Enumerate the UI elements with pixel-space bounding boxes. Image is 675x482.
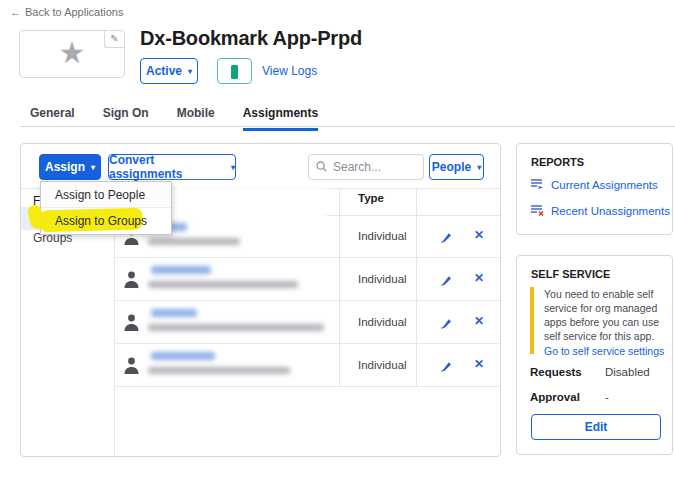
assignment-type: Individual <box>358 359 407 371</box>
person-icon <box>123 356 140 378</box>
person-icon <box>123 270 140 292</box>
remove-assignment-icon[interactable]: ✕ <box>474 228 484 242</box>
self-service-heading: SELF SERVICE <box>531 268 610 280</box>
tab-assignments[interactable]: Assignments <box>243 106 318 131</box>
menu-item-assign-to-groups[interactable]: Assign to Groups <box>41 208 171 234</box>
recent-unassignments-link[interactable]: Recent Unassignments <box>530 204 670 218</box>
edit-assignment-icon[interactable] <box>439 358 452 376</box>
type-column-header: Type <box>358 192 384 204</box>
self-service-settings-link[interactable]: Go to self service settings <box>544 345 666 359</box>
report-link-label: Current Assignments <box>551 179 658 191</box>
edit-logo-pencil-icon[interactable]: ✎ <box>104 31 124 48</box>
search-scope-dropdown[interactable]: People ▾ <box>429 154 484 180</box>
tab-general[interactable]: General <box>30 106 75 131</box>
okta-app-page: ←Back to Applications ★ ✎ Dx-Bookmark Ap… <box>0 0 675 482</box>
redacted-user-name-link[interactable] <box>151 309 197 317</box>
scope-label: People <box>432 160 471 174</box>
redacted-user-email <box>148 238 240 245</box>
search-box[interactable] <box>308 154 424 180</box>
remove-assignment-icon[interactable]: ✕ <box>474 357 484 371</box>
app-bookmark-button[interactable] <box>217 58 252 84</box>
assign-dropdown-button[interactable]: Assign ▾ <box>39 154 101 180</box>
tab-mobile[interactable]: Mobile <box>177 106 215 131</box>
edit-assignment-icon[interactable] <box>439 229 452 247</box>
back-arrow-icon: ← <box>10 6 21 18</box>
assign-dropdown-menu: Assign to People Assign to Groups <box>40 181 172 235</box>
assignments-table: Individual ✕ Individual ✕ <box>114 215 500 387</box>
assignment-type: Individual <box>358 230 407 242</box>
approval-value: - <box>605 391 609 403</box>
menu-item-label: Assign to Groups <box>55 214 147 228</box>
back-to-applications-link[interactable]: ←Back to Applications <box>10 6 123 18</box>
redacted-user-name-link[interactable] <box>151 352 215 360</box>
remove-assignment-icon[interactable]: ✕ <box>474 271 484 285</box>
tab-sign-on[interactable]: Sign On <box>103 106 149 131</box>
tabs-divider <box>20 126 675 127</box>
tab-bar: General Sign On Mobile Assignments <box>30 106 318 131</box>
menu-item-assign-to-people[interactable]: Assign to People <box>41 182 171 208</box>
edit-button-label: Edit <box>585 420 608 434</box>
assign-button-label: Assign <box>45 160 85 174</box>
reports-heading: REPORTS <box>531 156 584 168</box>
current-assignments-link[interactable]: Current Assignments <box>530 178 658 192</box>
report-list-x-icon <box>530 204 544 218</box>
table-row: Individual ✕ <box>114 344 500 387</box>
status-dropdown-button[interactable]: Active ▾ <box>140 58 198 84</box>
remove-assignment-icon[interactable]: ✕ <box>474 314 484 328</box>
notice-text: You need to enable self service for org … <box>544 288 659 342</box>
menu-item-label: Assign to People <box>55 188 145 202</box>
bookmark-icon <box>231 65 238 79</box>
convert-assignments-button[interactable]: Convert assignments ▾ <box>108 154 236 180</box>
requests-value: Disabled <box>605 366 650 378</box>
redacted-user-email <box>148 281 298 288</box>
convert-button-label: Convert assignments <box>109 153 225 181</box>
report-link-label: Recent Unassignments <box>551 205 670 217</box>
page-title: Dx-Bookmark App-Prpd <box>140 27 362 50</box>
edit-assignment-icon[interactable] <box>439 272 452 290</box>
chevron-down-icon: ▾ <box>231 163 235 172</box>
chevron-down-icon: ▾ <box>477 163 481 172</box>
view-logs-link[interactable]: View Logs <box>262 64 317 78</box>
assignment-type: Individual <box>358 273 407 285</box>
notice-accent-bar <box>530 287 534 354</box>
table-row: Individual ✕ <box>114 258 500 301</box>
redacted-user-email <box>148 324 324 331</box>
redacted-user-email <box>148 367 290 374</box>
status-label: Active <box>146 64 182 78</box>
self-service-card: SELF SERVICE You need to enable self ser… <box>516 255 673 455</box>
reports-card: REPORTS Current Assignments Recent Unass… <box>516 143 673 235</box>
search-input[interactable] <box>333 160 413 174</box>
table-row: Individual ✕ <box>114 301 500 344</box>
approval-label: Approval <box>530 391 580 403</box>
requests-label: Requests <box>530 366 582 378</box>
report-list-arrow-icon <box>530 178 544 192</box>
chevron-down-icon: ▾ <box>91 163 95 172</box>
redacted-user-name-link[interactable] <box>151 266 211 274</box>
assignment-type: Individual <box>358 316 407 328</box>
self-service-notice: You need to enable self service for org … <box>544 288 666 359</box>
edit-assignment-icon[interactable] <box>439 315 452 333</box>
self-service-edit-button[interactable]: Edit <box>531 414 661 440</box>
chevron-down-icon: ▾ <box>188 67 192 76</box>
back-link-label: Back to Applications <box>25 6 123 18</box>
search-icon <box>316 158 327 176</box>
app-logo: ★ ✎ <box>19 30 125 78</box>
person-icon <box>123 313 140 335</box>
